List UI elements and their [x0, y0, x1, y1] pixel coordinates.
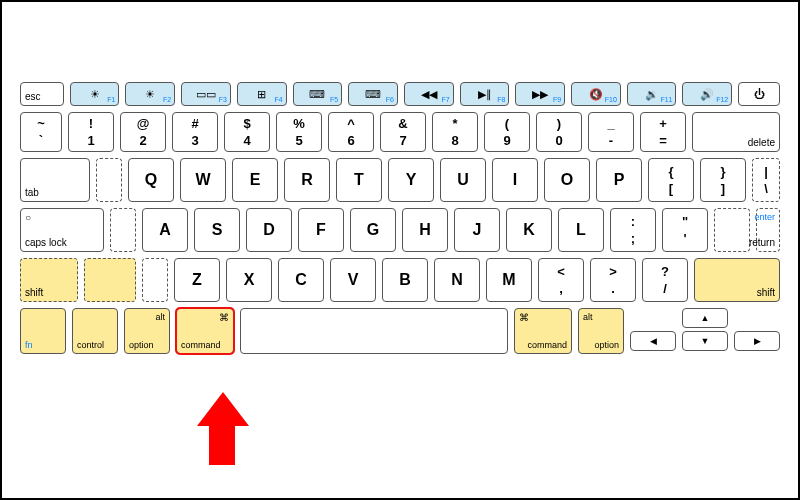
key-leftbracket[interactable]: {[ — [648, 158, 694, 202]
key-delete[interactable]: delete — [692, 112, 780, 152]
key-control[interactable]: control — [72, 308, 118, 354]
brightness-down-icon: ☀ — [90, 88, 100, 101]
key-f12[interactable]: 🔊F12 — [682, 82, 732, 106]
key-lower: 9 — [503, 134, 510, 147]
key-5[interactable]: %5 — [276, 112, 322, 152]
key-6[interactable]: ^6 — [328, 112, 374, 152]
key-v[interactable]: V — [330, 258, 376, 302]
key-x[interactable]: X — [226, 258, 272, 302]
key-rightbracket[interactable]: }] — [700, 158, 746, 202]
key-g[interactable]: G — [350, 208, 396, 252]
key-arrow-left[interactable]: ◀ — [630, 331, 676, 351]
key-label: fn — [25, 340, 33, 350]
key-space[interactable] — [240, 308, 508, 354]
key-t[interactable]: T — [336, 158, 382, 202]
key-blank[interactable] — [714, 208, 750, 252]
key-j[interactable]: J — [454, 208, 500, 252]
key-upper: @ — [137, 117, 150, 130]
key-f11[interactable]: 🔉F11 — [627, 82, 677, 106]
key-c[interactable]: C — [278, 258, 324, 302]
key-label: option — [594, 340, 619, 350]
key-9[interactable]: (9 — [484, 112, 530, 152]
key-comma[interactable]: <, — [538, 258, 584, 302]
key-sublabel: F5 — [330, 96, 338, 103]
key-a[interactable]: A — [142, 208, 188, 252]
key-option-right[interactable]: altoption — [578, 308, 624, 354]
key-s[interactable]: S — [194, 208, 240, 252]
key-f5[interactable]: ⌨F5 — [293, 82, 343, 106]
key-u[interactable]: U — [440, 158, 486, 202]
key-f7[interactable]: ◀◀F7 — [404, 82, 454, 106]
key-arrow-up[interactable]: ▲ — [682, 308, 728, 328]
key-f6[interactable]: ⌨F6 — [348, 82, 398, 106]
key-h[interactable]: H — [402, 208, 448, 252]
key-blank[interactable] — [142, 258, 168, 302]
key-3[interactable]: #3 — [172, 112, 218, 152]
key-alt-label: alt — [155, 312, 165, 322]
key-lower: [ — [669, 182, 673, 195]
kb-brightness-down-icon: ⌨ — [309, 88, 325, 101]
key-i[interactable]: I — [492, 158, 538, 202]
key-q[interactable]: Q — [128, 158, 174, 202]
key-r[interactable]: R — [284, 158, 330, 202]
key-l[interactable]: L — [558, 208, 604, 252]
key-lower: 5 — [295, 134, 302, 147]
key-command-left[interactable]: ⌘command — [176, 308, 234, 354]
key-f1[interactable]: ☀F1 — [70, 82, 120, 106]
key-k[interactable]: K — [506, 208, 552, 252]
key-b[interactable]: B — [382, 258, 428, 302]
key-p[interactable]: P — [596, 158, 642, 202]
key-8[interactable]: *8 — [432, 112, 478, 152]
key-f10[interactable]: 🔇F10 — [571, 82, 621, 106]
key-shift-right[interactable]: shift — [694, 258, 780, 302]
key-period[interactable]: >. — [590, 258, 636, 302]
key-f3[interactable]: ▭▭F3 — [181, 82, 231, 106]
key-0[interactable]: )0 — [536, 112, 582, 152]
key-label: return — [749, 237, 775, 248]
key-z[interactable]: Z — [174, 258, 220, 302]
key-7[interactable]: &7 — [380, 112, 426, 152]
key-semicolon[interactable]: :; — [610, 208, 656, 252]
key-arrow-right[interactable]: ▶ — [734, 331, 780, 351]
key-backslash[interactable]: |\ — [752, 158, 780, 202]
key-backtick[interactable]: ~` — [20, 112, 62, 152]
command-icon: ⌘ — [519, 312, 529, 323]
key-blank[interactable] — [96, 158, 122, 202]
key-f[interactable]: F — [298, 208, 344, 252]
key-1[interactable]: !1 — [68, 112, 114, 152]
key-fn[interactable]: fn — [20, 308, 66, 354]
key-blank[interactable] — [110, 208, 136, 252]
key-esc[interactable]: esc — [20, 82, 64, 106]
key-d[interactable]: D — [246, 208, 292, 252]
key-y[interactable]: Y — [388, 158, 434, 202]
key-command-right[interactable]: ⌘command — [514, 308, 572, 354]
key-quote[interactable]: "' — [662, 208, 708, 252]
key-power[interactable]: ⏻ — [738, 82, 780, 106]
keyboard-diagram: esc ☀F1 ☀F2 ▭▭F3 ⊞F4 ⌨F5 ⌨F6 ◀◀F7 ▶∥F8 ▶… — [0, 0, 800, 500]
key-f8[interactable]: ▶∥F8 — [460, 82, 510, 106]
key-return[interactable]: enterreturn — [756, 208, 780, 252]
key-f4[interactable]: ⊞F4 — [237, 82, 287, 106]
key-letter: Y — [406, 171, 417, 189]
key-minus[interactable]: _- — [588, 112, 634, 152]
key-w[interactable]: W — [180, 158, 226, 202]
key-e[interactable]: E — [232, 158, 278, 202]
key-o[interactable]: O — [544, 158, 590, 202]
key-tab[interactable]: tab — [20, 158, 90, 202]
key-f2[interactable]: ☀F2 — [125, 82, 175, 106]
key-lower: 6 — [347, 134, 354, 147]
key-arrow-down[interactable]: ▼ — [682, 331, 728, 351]
key-shift-left[interactable]: shift — [20, 258, 78, 302]
key-m[interactable]: M — [486, 258, 532, 302]
key-slash[interactable]: ?/ — [642, 258, 688, 302]
key-2[interactable]: @2 — [120, 112, 166, 152]
key-option-left[interactable]: altoption — [124, 308, 170, 354]
key-capslock[interactable]: ○caps lock — [20, 208, 104, 252]
key-letter: J — [473, 221, 482, 239]
key-n[interactable]: N — [434, 258, 480, 302]
key-iso-extra[interactable] — [84, 258, 136, 302]
key-4[interactable]: $4 — [224, 112, 270, 152]
key-f9[interactable]: ▶▶F9 — [515, 82, 565, 106]
arrow-left-icon: ◀ — [650, 336, 657, 346]
key-equals[interactable]: += — [640, 112, 686, 152]
